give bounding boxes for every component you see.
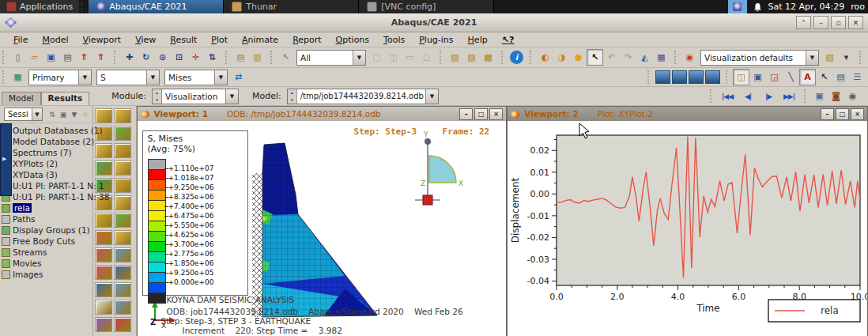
annotation-arrow-box-icon[interactable]: ◲	[766, 69, 783, 85]
selection-group-icon[interactable]: ◫	[385, 49, 402, 66]
model-spinner[interactable]: ▴▾	[288, 89, 297, 104]
menu-animate[interactable]: Animate	[235, 34, 285, 46]
window-close-button[interactable]: ✕	[848, 16, 863, 29]
menu-view[interactable]: View	[128, 34, 163, 46]
tree-item-output-databases-1-[interactable]: Output Databases (1)	[2, 125, 92, 136]
magnify-icon[interactable]: ⊙	[154, 49, 171, 66]
tree-item-streams[interactable]: Streams	[2, 247, 92, 258]
window-titlebar[interactable]: Abaqus/CAE 2021 ⌃ – ▫ ✕	[0, 13, 868, 32]
tree-item-model-database-2-[interactable]: Model Database (2)	[2, 136, 92, 147]
tree-item-movies[interactable]: Movies	[2, 258, 92, 269]
menu-report[interactable]: Report	[285, 34, 328, 46]
viewport2-maximize-button[interactable]: □	[836, 108, 849, 120]
path-create-icon[interactable]	[95, 282, 112, 297]
tree-lightbulb-icon[interactable]: ☼	[80, 111, 91, 119]
shape-options-icon[interactable]	[114, 195, 131, 210]
collapsed-panel-edge[interactable]	[0, 123, 12, 196]
viewport-2[interactable]: Viewport: 2 Plot: XYPlot-2 – □ ✕ 0.02.04…	[507, 106, 868, 336]
render-shaded-icon[interactable]: ▩	[480, 49, 496, 66]
task-button-thunar[interactable]: Thunar	[224, 0, 359, 13]
window-maximize-button[interactable]: ▫	[831, 16, 846, 29]
pointer-tool-icon[interactable]: ↖	[587, 49, 603, 66]
viewport-create-icon[interactable]	[655, 69, 671, 85]
rotate-icon[interactable]: ↻	[138, 49, 154, 66]
tab-model[interactable]: Model	[2, 92, 41, 105]
plot-symbols-icon[interactable]	[114, 143, 131, 158]
select-cursor-icon[interactable]: ↖	[277, 49, 294, 66]
annotation-manager-icon[interactable]: ▤	[832, 69, 849, 85]
model-dropdown-arrow[interactable]: ▼	[425, 89, 438, 104]
snapshot-clipboard-icon[interactable]: ▣	[811, 88, 828, 104]
menu-model[interactable]: Model	[35, 34, 75, 46]
save-icon[interactable]: ▣	[43, 49, 59, 66]
curve-icon[interactable]	[114, 317, 131, 332]
table-options-icon[interactable]	[114, 300, 131, 315]
field-variable-combo[interactable]: S ▼	[96, 70, 160, 85]
info-icon[interactable]: i	[510, 51, 523, 64]
report-options-icon[interactable]	[114, 230, 131, 245]
tray-abaqus-icon[interactable]	[728, 0, 747, 13]
selection-edit-icon[interactable]: ▭	[402, 49, 418, 66]
menu-result[interactable]: Result	[163, 34, 204, 46]
tree-item-xydata-3-[interactable]: XYData (3)	[2, 169, 92, 180]
tree-item-paths[interactable]: Paths	[2, 213, 92, 225]
annotation-line-icon[interactable]: ╲	[783, 69, 799, 85]
xy-options-icon[interactable]	[114, 265, 131, 280]
tree-item-free-body-cuts[interactable]: Free Body Cuts	[2, 236, 92, 247]
tab-results[interactable]: Results	[41, 92, 90, 105]
viewport2-canvas[interactable]: 0.02.04.06.08.010.00.020.010.00-0.01-0.0…	[508, 121, 867, 336]
highlight-icon[interactable]: ●	[570, 49, 587, 66]
viewport1-canvas[interactable]: Y X Z Z X Y	[138, 121, 507, 336]
xy-data-create-icon[interactable]	[95, 247, 112, 262]
menu-tools[interactable]: Tools	[376, 34, 412, 46]
viewport2-close-button[interactable]: ✕	[851, 108, 864, 120]
probe-values-icon[interactable]: ◭	[636, 49, 653, 66]
tree-item-xyplots-2-[interactable]: XYPlots (2)	[2, 158, 92, 169]
menu-help[interactable]: Help	[461, 34, 495, 46]
tree-root-combo[interactable]: Sessi ▼	[4, 108, 43, 121]
selection-filter-combo-arrow[interactable]: ▼	[353, 51, 365, 65]
contour-plot-icon[interactable]	[95, 160, 112, 176]
render-beam-profiles-icon[interactable]: ▤	[232, 49, 249, 66]
annotation-text-icon[interactable]: A	[799, 69, 816, 85]
color-cube-icon[interactable]: ▧	[821, 49, 838, 66]
color-code-palette-icon[interactable]: ◉	[681, 49, 698, 66]
upload-model-icon[interactable]: ⇑	[92, 49, 109, 66]
selection-clear-icon[interactable]: ◻	[418, 49, 435, 66]
menu-file[interactable]: File	[6, 34, 35, 46]
model-combo[interactable]: ▴▾ /tmp/job1744432039.8214.odb ▼	[287, 89, 439, 104]
viewport-decorations-icon[interactable]: ◫	[733, 69, 749, 85]
camera-icon[interactable]: ◉	[844, 88, 861, 104]
viewport1-maximize-button[interactable]: □	[474, 108, 488, 120]
field-variable-combo-arrow[interactable]: ▼	[146, 70, 159, 85]
display-options-icon[interactable]: ▦	[653, 49, 670, 66]
link-viewports-icon[interactable]: ◐	[537, 49, 553, 66]
view-compass[interactable]: Y X Z	[415, 130, 463, 205]
viewport1-close-button[interactable]: ✕	[489, 108, 503, 120]
xy-plot-icon[interactable]	[114, 247, 131, 262]
tree-item-rela[interactable]: rela	[2, 202, 92, 213]
selection-lock-icon[interactable]: ▢	[368, 49, 385, 66]
color-mappings-combo-arrow[interactable]: ▼	[806, 51, 818, 65]
task-button-abaqus-cae-2021[interactable]: Abaqus/CAE 2021	[89, 0, 224, 13]
tree-item-u-u1-pi-part-1-1-n-38[interactable]: U:U1 PI: PART-1-1 N: 38	[2, 191, 92, 202]
field-output-icon[interactable]: ▦	[9, 69, 26, 85]
tree-spin-icon[interactable]: ⇅	[47, 111, 58, 119]
module-dropdown-arrow[interactable]: ▼	[225, 89, 238, 104]
plot-undeformed-icon[interactable]	[95, 108, 112, 123]
spreadsheet-icon[interactable]	[95, 300, 112, 315]
anim2-last-icon[interactable]: ▶▶|	[779, 88, 799, 104]
tree-item-display-groups-1-[interactable]: Display Groups (1)	[2, 225, 92, 236]
render-hidden-icon[interactable]: ▨	[463, 49, 480, 66]
redo-icon[interactable]: ↷	[620, 49, 636, 66]
open-file-icon[interactable]: ▱	[26, 49, 43, 66]
field-sync-icon[interactable]: ⇄	[230, 69, 247, 85]
viewport-1[interactable]: Viewport: 1 ODB: /tmp/job1744432039.8214…	[137, 106, 508, 336]
symbol-plot-icon[interactable]	[114, 160, 131, 176]
probe-xy-icon[interactable]	[95, 317, 112, 332]
tree-root-dropdown-arrow[interactable]: ▼	[32, 108, 42, 120]
module-combo[interactable]: ▴▾ Visualization ▼	[152, 89, 239, 104]
viewport-tile-horizontal-icon[interactable]	[671, 69, 688, 85]
cycle-views-icon[interactable]: ⇅	[204, 49, 221, 66]
allow-multiple-states-icon[interactable]	[95, 213, 112, 228]
